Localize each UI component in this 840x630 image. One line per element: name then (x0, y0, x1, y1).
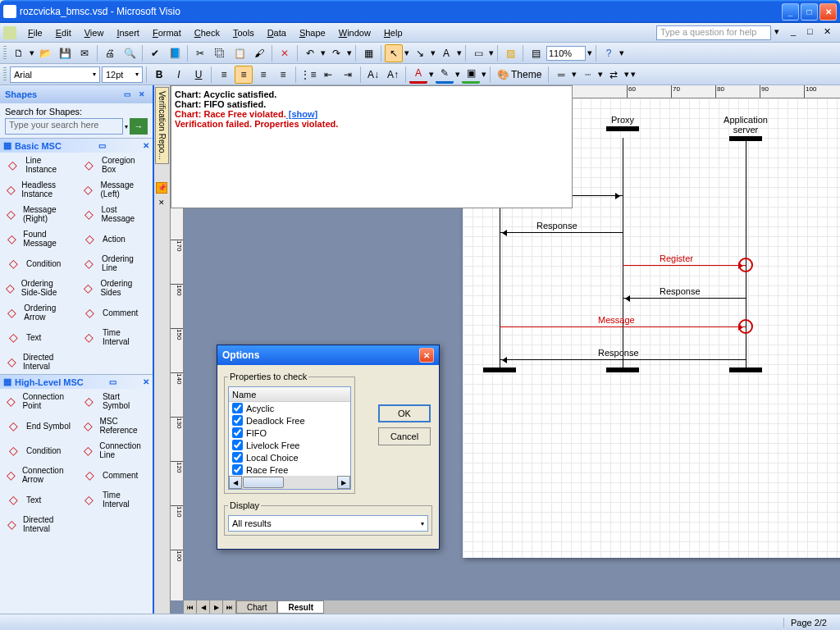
shape-item[interactable]: ◇Action (76, 226, 153, 251)
shape-item[interactable]: ◇Ordering Line (76, 251, 153, 276)
undo-dropdown-icon[interactable]: ▾ (321, 48, 326, 58)
stencil-collapse-icon[interactable]: ▭ (98, 141, 106, 150)
shape-item[interactable]: ◇Found Message (0, 226, 76, 251)
scroll-right-button[interactable]: ▶ (337, 476, 350, 489)
align-left-button[interactable]: ≡ (215, 66, 233, 84)
shape-item[interactable]: ◇Connection Line (76, 438, 153, 463)
menu-help[interactable]: Help (377, 26, 409, 39)
help-dropdown-icon[interactable]: ▾ (774, 26, 788, 39)
decrease-fontsize-button[interactable]: A↓ (364, 66, 382, 84)
text-dropdown-icon[interactable]: ▾ (457, 48, 462, 58)
scroll-thumb[interactable] (243, 477, 284, 488)
shape-item[interactable]: ◇Time Interval (76, 325, 153, 349)
property-checkbox[interactable] (232, 403, 243, 413)
print-preview-button[interactable]: 🔍 (121, 44, 139, 62)
message-arrow[interactable] (500, 326, 746, 327)
redo-dropdown-icon[interactable]: ▾ (347, 48, 352, 58)
bold-button[interactable]: B (150, 66, 168, 84)
message-arrow[interactable] (500, 359, 746, 360)
menu-insert[interactable]: Insert (110, 26, 146, 39)
toolbar-grip[interactable] (3, 67, 7, 82)
stencil-button[interactable]: ▤ (527, 44, 545, 62)
save-button[interactable]: 💾 (56, 44, 74, 62)
shapes-window-button[interactable]: ▦ (359, 44, 377, 62)
new-dropdown-icon[interactable]: ▾ (30, 48, 34, 58)
increase-fontsize-button[interactable]: A↑ (384, 66, 402, 84)
lifeline-header[interactable]: Proxy (590, 115, 655, 131)
shape-item[interactable]: ◇Line Instance (0, 153, 76, 177)
message-arrow[interactable] (623, 265, 746, 266)
line-ends-dropdown-icon[interactable]: ▾ (624, 69, 629, 80)
message-arrow[interactable] (623, 298, 746, 299)
shape-item[interactable]: ◇Lost Message (76, 202, 153, 226)
menu-data[interactable]: Data (261, 26, 293, 39)
shape-item[interactable]: ◇Ordering Sides (76, 276, 153, 300)
shape-item[interactable]: ◇Condition (0, 438, 76, 463)
font-color-button[interactable]: A (409, 66, 427, 84)
anchor-close-icon[interactable]: ✕ (156, 197, 167, 208)
stencil-collapse-icon[interactable]: ▭ (109, 377, 116, 386)
ok-button[interactable]: OK (378, 404, 431, 422)
lifeline-stem[interactable] (623, 138, 623, 368)
format-painter-button[interactable]: 🖌 (250, 44, 268, 62)
redo-button[interactable]: ↷ (327, 44, 345, 62)
shape-item[interactable]: ◇Message (Left) (76, 177, 153, 202)
line-color-dropdown-icon[interactable]: ▾ (455, 69, 460, 80)
toolbar-overflow-icon[interactable]: ▾ (631, 69, 636, 80)
new-button[interactable]: 🗋 (10, 44, 28, 62)
line-pattern-dropdown-icon[interactable]: ▾ (598, 69, 603, 80)
connector-dropdown-icon[interactable]: ▾ (431, 48, 436, 58)
menu-format[interactable]: Format (146, 26, 188, 39)
property-checkbox[interactable] (232, 427, 243, 438)
tab-prev-button[interactable]: ◀ (197, 600, 210, 614)
anchor-pin-icon[interactable]: 📌 (156, 182, 167, 194)
search-go-button[interactable]: → (130, 118, 148, 135)
shape-dropdown-icon[interactable]: ▾ (489, 48, 494, 58)
align-right-button[interactable]: ≡ (254, 66, 272, 84)
menu-tools[interactable]: Tools (226, 26, 261, 39)
stencil-header[interactable]: ▦High-Level MSC▭✕ (0, 374, 153, 389)
shape-item[interactable]: ◇Text (0, 487, 76, 512)
theme-button[interactable]: 🎨Theme (494, 66, 545, 84)
increase-indent-button[interactable]: ⇥ (339, 66, 357, 84)
shape-item[interactable]: ◇Time Interval (76, 487, 153, 512)
line-pattern-button[interactable]: ┈ (578, 66, 596, 84)
toolbar-overflow-icon[interactable]: ▾ (619, 48, 624, 58)
verification-report-tab[interactable]: Verification Repo... (155, 87, 169, 164)
menu-check[interactable]: Check (188, 26, 226, 39)
menu-file[interactable]: File (21, 26, 49, 39)
shape-item[interactable]: ◇Headless Instance (0, 177, 76, 202)
maximize-button[interactable]: □ (801, 3, 818, 21)
line-color-button[interactable]: ✎ (436, 66, 454, 84)
help-search-input[interactable]: Type a question for help (656, 25, 771, 40)
shape-item[interactable] (76, 512, 153, 536)
help-button[interactable]: ? (600, 44, 618, 62)
open-button[interactable]: 📂 (36, 44, 54, 62)
shape-item[interactable]: ◇Ordering Side-Side (0, 276, 76, 300)
shape-item[interactable]: ◇Comment (76, 463, 153, 487)
align-center-button[interactable]: ≡ (235, 66, 253, 84)
email-button[interactable]: ✉ (75, 44, 94, 62)
page-tab-chart[interactable]: Chart (236, 600, 277, 614)
stencil-close-icon[interactable]: ✕ (143, 141, 149, 150)
shape-item[interactable]: ◇Message (Right) (0, 202, 76, 226)
shape-item[interactable]: ◇Coregion Box (76, 153, 153, 177)
display-combo[interactable]: All results ▾ (228, 515, 428, 532)
print-button[interactable]: 🖨 (101, 44, 119, 62)
stencil-close-icon[interactable]: ✕ (143, 377, 149, 386)
research-button[interactable]: 📘 (166, 44, 184, 62)
shape-item[interactable]: ◇MSC Reference (76, 413, 153, 438)
properties-hscrollbar[interactable]: ◀ ▶ (229, 476, 350, 489)
font-color-dropdown-icon[interactable]: ▾ (429, 69, 434, 80)
stencil-header[interactable]: ▦Basic MSC▭✕ (0, 138, 153, 153)
spelling-button[interactable]: ✔ (146, 44, 164, 62)
shape-item[interactable]: ◇End Symbol (0, 413, 76, 438)
delete-button[interactable]: ✕ (276, 44, 294, 62)
tab-last-button[interactable]: ⏭ (223, 600, 236, 614)
page-tab-result[interactable]: Result (277, 600, 324, 614)
minimize-button[interactable]: _ (782, 3, 799, 21)
text-tool-button[interactable]: A (437, 44, 455, 62)
cancel-button[interactable]: Cancel (378, 427, 431, 445)
shape-item[interactable]: ◇Start Symbol (76, 389, 153, 413)
search-shapes-input[interactable]: Type your search here (5, 118, 123, 135)
